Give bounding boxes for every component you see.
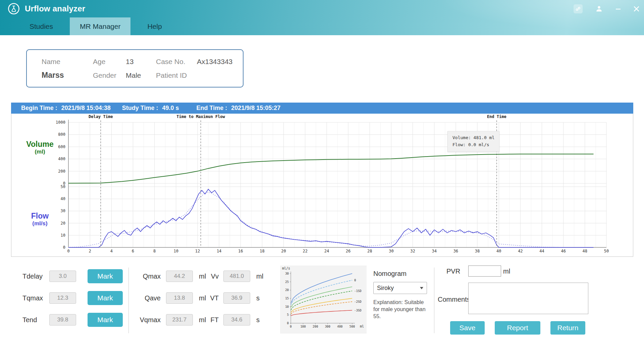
- svg-text:40: 40: [496, 249, 501, 253]
- svg-text:22: 22: [303, 249, 308, 253]
- svg-text:100: 100: [300, 325, 306, 328]
- svg-text:48: 48: [583, 249, 587, 253]
- patient-name-value: Marss: [42, 71, 93, 80]
- tend-mark-button[interactable]: Mark: [88, 313, 123, 327]
- tdelay-label: Tdelay: [22, 273, 49, 280]
- svg-text:24: 24: [324, 249, 329, 253]
- divider: [128, 268, 129, 333]
- svg-text:6: 6: [132, 249, 134, 253]
- svg-text:800: 800: [58, 132, 65, 137]
- comments-textarea[interactable]: [468, 283, 588, 314]
- tend-label: Tend: [22, 316, 49, 324]
- svg-text:46: 46: [561, 249, 566, 253]
- tdelay-row: Tdelay Mark: [22, 269, 123, 283]
- svg-text:8: 8: [153, 249, 156, 253]
- svg-text:10: 10: [61, 233, 65, 238]
- ft-unit: s: [256, 316, 260, 324]
- svg-text:5: 5: [287, 313, 289, 316]
- app-logo-icon: [7, 2, 20, 15]
- minimize-button[interactable]: [615, 6, 621, 11]
- svg-text:0: 0: [354, 279, 356, 282]
- nomogram-chart-panel: 0510152025300100200300400500ml/sml0-1SD-…: [280, 266, 367, 334]
- tdelay-mark-button[interactable]: Mark: [88, 269, 123, 283]
- tqmax-row: Tqmax Mark: [22, 291, 123, 305]
- pvr-input[interactable]: [468, 266, 501, 277]
- tqmax-label: Tqmax: [22, 294, 49, 302]
- svg-text:16: 16: [238, 249, 243, 253]
- svg-text:50: 50: [604, 249, 609, 253]
- svg-text:0: 0: [63, 245, 65, 250]
- flow-measurements: Qmax ml Qave ml Vqmax ml: [136, 269, 206, 335]
- qmax-unit: ml: [199, 273, 206, 280]
- tqmax-mark-button[interactable]: Mark: [88, 291, 123, 305]
- title-bar: Urflow analyzer: [0, 0, 644, 17]
- vqmax-value[interactable]: [166, 314, 193, 326]
- svg-text:30: 30: [389, 249, 393, 253]
- pvr-unit: ml: [503, 268, 510, 275]
- volume-measurements: Vv ml VT s FT s: [205, 269, 263, 335]
- menu-item-studies[interactable]: Studies: [25, 17, 57, 35]
- svg-text:300: 300: [325, 325, 330, 328]
- gender-label: Gender: [93, 71, 126, 79]
- vqmax-label: Vqmax: [136, 316, 161, 324]
- uroflow-chart: 0200400600800100001020304050024681012141…: [11, 114, 633, 256]
- svg-text:20: 20: [285, 288, 289, 292]
- age-value: 13: [126, 58, 156, 66]
- comments-label: Comments: [438, 296, 470, 303]
- svg-text:200: 200: [313, 325, 318, 328]
- qave-label: Qave: [136, 294, 161, 302]
- svg-text:40: 40: [61, 196, 65, 201]
- nomogram-controls: Nomogram Siroky Explanation: Suitable fo…: [373, 270, 433, 320]
- tend-row: Tend Mark: [22, 313, 123, 327]
- chevron-down-icon: [420, 287, 423, 289]
- return-button[interactable]: Return: [550, 321, 585, 335]
- link-icon[interactable]: [574, 4, 583, 13]
- svg-text:38: 38: [475, 249, 480, 253]
- svg-text:14: 14: [217, 249, 221, 253]
- svg-text:12: 12: [195, 249, 200, 253]
- end-time-value: 2021/9/8 15:05:27: [231, 105, 280, 112]
- svg-text:0: 0: [287, 321, 289, 325]
- qmax-value[interactable]: [166, 271, 193, 282]
- svg-text:Time to Maximun Flow: Time to Maximun Flow: [176, 114, 225, 119]
- save-button[interactable]: Save: [450, 321, 485, 335]
- close-button[interactable]: [634, 6, 639, 12]
- svg-text:25: 25: [285, 280, 289, 284]
- tdelay-value[interactable]: [49, 271, 76, 282]
- svg-text:32: 32: [410, 249, 415, 253]
- begin-time-value: 2021/9/8 15:04:38: [61, 105, 111, 112]
- tooltip-flow: Flow: 0.0 ml/s: [452, 141, 494, 149]
- nomogram-chart: 0510152025300100200300400500ml/sml0-1SD-…: [280, 266, 367, 334]
- end-time-label: End Time :: [197, 105, 227, 112]
- study-times-bar: Begin Time :2021/9/8 15:04:38 Study Time…: [11, 103, 633, 114]
- vt-value[interactable]: [223, 292, 250, 304]
- svg-text:-2SD: -2SD: [354, 300, 362, 303]
- nomogram-explanation: Explanation: Suitable for male younger t…: [373, 299, 430, 320]
- tend-value[interactable]: [49, 314, 76, 326]
- nomogram-select[interactable]: Siroky: [373, 282, 427, 294]
- user-icon[interactable]: [595, 5, 603, 12]
- vqmax-row: Vqmax ml: [136, 313, 206, 327]
- svg-text:ml: ml: [360, 325, 364, 328]
- begin-time-label: Begin Time :: [21, 105, 57, 112]
- case-no-value: Ax1343343: [197, 58, 239, 66]
- svg-text:18: 18: [260, 249, 264, 253]
- svg-text:28: 28: [367, 249, 372, 253]
- tqmax-value[interactable]: [49, 292, 76, 304]
- svg-text:10: 10: [285, 305, 289, 308]
- menu-bar: Studies MR Manager Help: [0, 17, 644, 35]
- svg-text:-1SD: -1SD: [354, 289, 362, 293]
- menu-item-help[interactable]: Help: [143, 17, 166, 35]
- svg-text:26: 26: [346, 249, 351, 253]
- case-no-label: Case No.: [156, 58, 197, 66]
- report-button[interactable]: Report: [495, 321, 540, 335]
- qmax-label: Qmax: [136, 273, 161, 280]
- menu-item-mr-manager[interactable]: MR Manager: [70, 17, 130, 35]
- ft-value[interactable]: [223, 314, 250, 326]
- qave-unit: ml: [199, 294, 206, 302]
- study-time-label: Study Time :: [122, 105, 158, 112]
- vv-value[interactable]: [223, 271, 250, 282]
- svg-text:34: 34: [432, 249, 436, 253]
- qave-value[interactable]: [166, 292, 193, 304]
- age-label: Age: [93, 58, 126, 66]
